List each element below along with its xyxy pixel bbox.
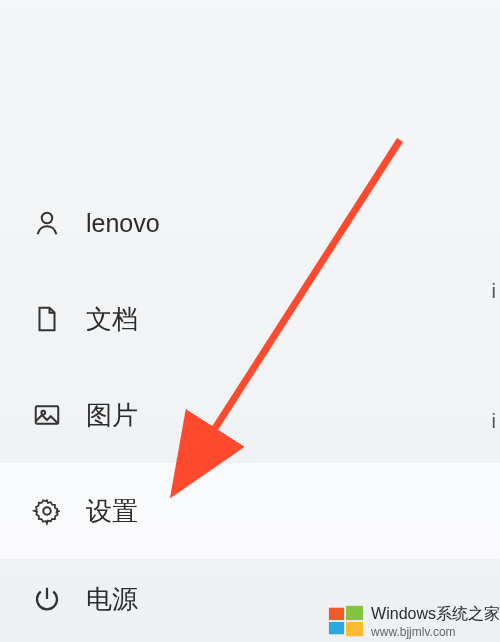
start-menu-pictures-label: 图片: [86, 398, 138, 433]
power-icon: [30, 582, 64, 616]
cropped-text-fragment: i: [492, 280, 496, 303]
start-menu-user[interactable]: lenovo: [0, 175, 500, 271]
watermark-title: Windows系统之家: [371, 604, 500, 625]
start-menu-documents-label: 文档: [86, 302, 138, 337]
svg-point-0: [42, 213, 53, 224]
menu-item-list: lenovo 文档 图片: [0, 175, 500, 639]
start-menu-pictures[interactable]: 图片: [0, 367, 500, 463]
gear-icon: [30, 494, 64, 528]
start-menu-user-label: lenovo: [86, 209, 160, 238]
person-icon: [30, 206, 64, 240]
pictures-icon: [30, 398, 64, 432]
watermark-url: www.bjjmlv.com: [371, 625, 500, 639]
cropped-text-fragment: i: [492, 410, 496, 433]
watermark: Windows系统之家 www.bjjmlv.com: [323, 596, 500, 642]
svg-rect-9: [346, 622, 363, 636]
windows-logo-icon: [327, 602, 365, 640]
start-menu-documents[interactable]: 文档: [0, 271, 500, 367]
watermark-text: Windows系统之家 www.bjjmlv.com: [371, 604, 500, 639]
document-icon: [30, 302, 64, 336]
svg-point-3: [43, 507, 51, 515]
svg-rect-7: [346, 606, 363, 620]
start-menu-left-panel: lenovo 文档 图片: [0, 0, 500, 642]
start-menu-settings[interactable]: 设置: [0, 463, 500, 559]
svg-rect-6: [329, 608, 344, 620]
start-menu-settings-label: 设置: [86, 494, 138, 529]
svg-rect-8: [329, 622, 344, 634]
start-menu-power-label: 电源: [86, 582, 138, 617]
